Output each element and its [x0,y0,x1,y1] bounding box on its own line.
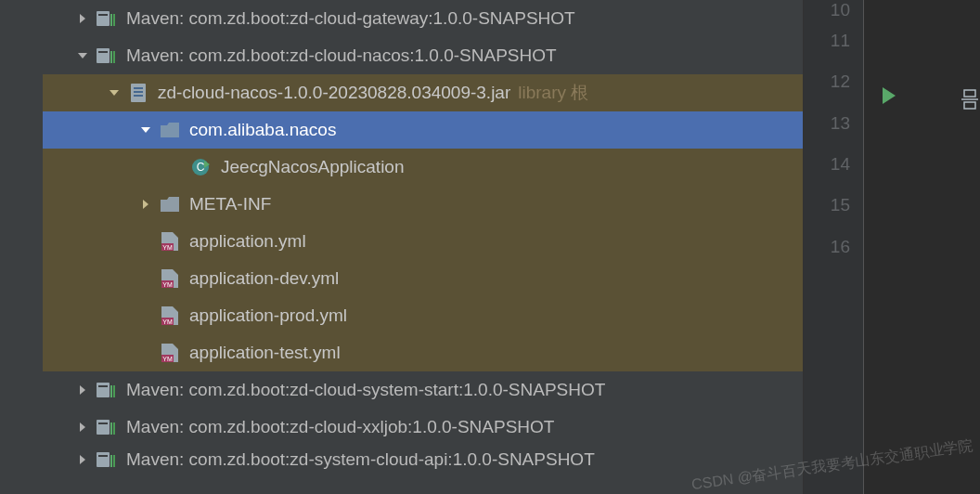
tree-row[interactable]: YM application.yml [43,223,803,260]
chevron-right-icon[interactable] [137,196,154,213]
tree-row-selected[interactable]: com.alibaba.nacos [43,111,803,149]
tree-item-hint: library 根 [518,81,588,105]
chevron-right-icon[interactable] [74,451,91,468]
library-icon [97,0,117,1]
line-number: 13 [804,103,863,144]
chevron-right-icon[interactable] [74,382,91,398]
tree-row[interactable]: C JeecgNacosApplication [43,149,803,186]
project-tree-panel: Maven: com.zd.boot:zd-boot-starter-lock:… [0,0,804,494]
tree-item-label: Maven: com.zd.boot:zd-cloud-gateway:1.0.… [126,8,575,29]
tree-row[interactable]: Maven: com.zd.boot:zd-system-cloud-api:1… [43,446,803,474]
library-icon [97,46,117,66]
svg-rect-9 [98,51,108,53]
svg-text:YM: YM [162,356,173,362]
svg-text:C: C [197,161,205,174]
svg-rect-13 [134,87,143,89]
yaml-file-icon: YM [160,231,180,252]
svg-rect-8 [97,48,110,63]
tree-row[interactable]: Maven: com.zd.boot:zd-cloud-system-start… [43,371,803,409]
tree-row[interactable]: Maven: com.zd.boot:zd-cloud-xxljob:1.0.0… [43,409,803,446]
tree-row[interactable]: Maven: com.zd.boot:zd-cloud-gateway:1.0.… [43,0,803,37]
line-number: 10 [804,0,863,20]
library-icon [97,8,117,29]
tree-row[interactable]: YM application-prod.yml [43,297,803,334]
yaml-file-icon: YM [160,268,180,289]
package-icon [160,120,180,140]
svg-rect-14 [134,91,143,93]
tree-row[interactable]: zd-cloud-nacos-1.0.0-20230828.034009-3.j… [43,74,803,111]
tree-item-label: application-test.yml [189,343,341,363]
tree-item-label: application-prod.yml [189,306,347,326]
svg-text:YM: YM [162,281,173,288]
library-icon [97,449,117,470]
svg-rect-34 [97,452,110,467]
tree-row[interactable]: Maven: com.zd.boot:zd-cloud-nacos:1.0.0-… [43,37,803,74]
jar-icon [128,83,148,103]
tree-item-label: Maven: com.zd.boot:zd-cloud-xxljob:1.0.0… [126,417,554,437]
tree-item-label: zd-cloud-nacos-1.0.0-20230828.034009-3.j… [158,83,510,103]
svg-rect-33 [113,422,115,435]
tree-item-label: application-dev.yml [189,268,339,289]
svg-text:YM: YM [162,318,173,325]
tree-item-label: META-INF [189,194,271,214]
svg-rect-28 [110,385,112,397]
chevron-right-icon[interactable] [74,10,91,27]
library-icon [97,380,117,400]
chevron-right-icon[interactable] [74,419,91,436]
svg-rect-27 [98,385,108,387]
editor-area[interactable] [864,0,980,494]
class-runnable-icon: C [191,157,212,177]
yaml-file-icon: YM [160,343,180,363]
svg-rect-7 [113,14,115,26]
tree-item-label: Maven: com.zd.boot:zd-cloud-system-start… [126,380,605,400]
svg-rect-4 [97,11,110,26]
svg-rect-10 [110,51,112,63]
chevron-down-icon[interactable] [137,122,154,138]
svg-rect-11 [113,51,115,63]
line-number: 12 [804,61,863,102]
line-number: 16 [804,226,863,266]
line-number: 15 [804,185,863,226]
chevron-down-icon[interactable] [74,47,91,64]
tree-area: Maven: com.zd.boot:zd-boot-starter-lock:… [43,0,803,494]
svg-rect-5 [98,14,108,16]
structure-hint-icon[interactable] [961,89,978,110]
tree-row[interactable]: META-INF [43,186,803,223]
svg-rect-40 [964,102,975,109]
svg-rect-30 [97,420,110,435]
svg-rect-15 [134,95,143,97]
svg-rect-6 [110,14,112,26]
tree-item-label: Maven: com.zd.boot:zd-system-cloud-api:1… [126,449,595,470]
svg-rect-35 [98,455,108,457]
editor-gutter: 10 11 12 13 14 15 16 [804,0,864,494]
library-icon [97,417,117,437]
tree-item-label: com.alibaba.nacos [189,120,336,140]
svg-rect-29 [113,385,115,397]
tree-item-label: Maven: com.zd.boot:zd-boot-starter-lock:… [126,0,588,1]
svg-rect-38 [964,90,975,97]
svg-rect-26 [97,383,110,397]
svg-text:YM: YM [162,244,173,251]
tree-item-label: Maven: com.zd.boot:zd-cloud-nacos:1.0.0-… [126,46,557,66]
line-number: 11 [804,20,863,61]
tree-row[interactable]: YM application-dev.yml [43,260,803,297]
folder-icon [160,194,180,214]
tree-item-label: application.yml [189,231,306,252]
svg-rect-31 [98,422,108,424]
svg-rect-36 [110,455,112,467]
tree-row[interactable]: YM application-test.yml [43,334,803,371]
run-gutter-icon[interactable] [881,87,897,104]
tree-item-label: JeecgNacosApplication [221,157,405,177]
yaml-file-icon: YM [160,306,180,326]
svg-rect-32 [110,422,112,435]
line-number: 14 [804,144,863,185]
svg-rect-37 [113,455,115,467]
chevron-down-icon[interactable] [106,84,122,101]
